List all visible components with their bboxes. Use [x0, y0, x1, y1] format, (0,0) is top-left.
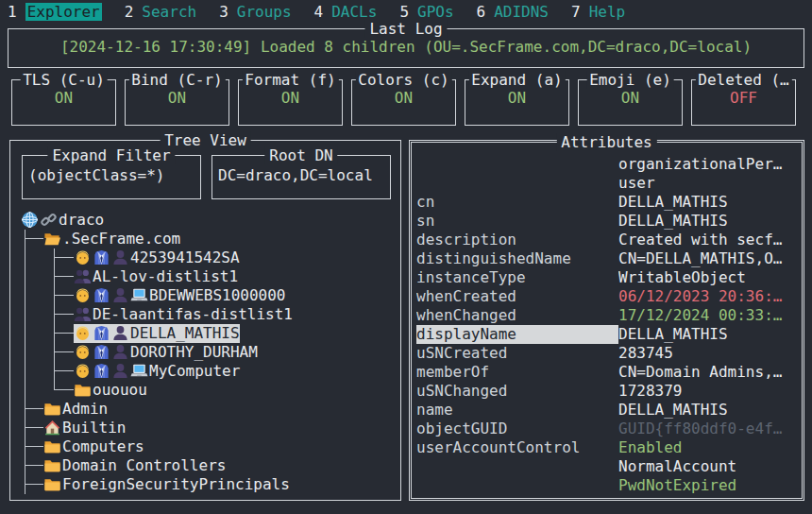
attribute-value: DELLA_MATHIS [618, 193, 797, 212]
tree-item-4253941542sa[interactable]: 4253941542SA [10, 248, 400, 267]
attribute-row[interactable]: user [416, 174, 797, 193]
menu-item-search[interactable]: 2Search [125, 3, 196, 21]
tree-item-label: draco [59, 211, 104, 229]
attribute-row[interactable]: NormalAccount [416, 457, 797, 476]
tree-item--secframe-com[interactable]: .SecFrame.com [10, 230, 400, 248]
tree-guide-stub [54, 389, 74, 390]
attribute-key: description [416, 231, 618, 249]
globe-icon [21, 211, 39, 229]
tree-item-label: DE-laantifas-distlist1 [93, 305, 293, 323]
necktie-icon [93, 286, 110, 304]
tree-item-dorothy-durham[interactable]: DOROTHY_DURHAM [10, 343, 400, 362]
attribute-value: organizationalPer… [618, 155, 797, 174]
toggle-title: Expand (a) [468, 71, 565, 89]
tree-view-panel: Tree View Expand Filter (objectClass=*) … [9, 140, 401, 501]
attribute-key: whenChanged [416, 306, 618, 325]
attribute-row[interactable]: organizationalPer… [416, 155, 797, 174]
bust-icon [111, 248, 129, 266]
attribute-row-cn[interactable]: cnDELLA_MATHIS [416, 193, 797, 212]
tree-item-label: Builtin [62, 419, 126, 437]
attribute-row-distinguishedname[interactable]: distinguishedNameCN=DELLA_MATHIS,O… [416, 249, 797, 268]
folder-icon [43, 475, 61, 493]
toggle-state: ON [465, 89, 568, 107]
toggle-state: ON [352, 89, 455, 107]
tree-guide-stub [54, 257, 74, 258]
toggle-bind[interactable]: Bind (C-r)ON [125, 79, 229, 126]
tree-item-draco[interactable]: draco [10, 211, 400, 230]
attribute-value: 17/12/2024 00:33:… [618, 306, 797, 325]
attribute-key [416, 174, 618, 193]
toggle-state: OFF [692, 89, 795, 107]
tree-item-builtin[interactable]: Builtin [10, 419, 400, 437]
tree-item-al-lov-distlist1[interactable]: AL-lov-distlist1 [10, 267, 400, 286]
tree-item-label: MyComputer [149, 362, 240, 380]
tree-guide-stub [25, 238, 43, 239]
last-log-panel: Last Log [2024-12-16 17:30:49] Loaded 8 … [8, 28, 804, 68]
menu-item-dacls[interactable]: 4DACLs [314, 3, 378, 21]
attribute-key: uSNChanged [416, 382, 618, 401]
tree-item-della-mathis[interactable]: DELLA_MATHIS [10, 324, 400, 343]
menu-item-label: DACLs [331, 3, 377, 21]
attribute-row-name[interactable]: nameDELLA_MATHIS [416, 401, 797, 420]
tree-item-computers[interactable]: Computers [10, 437, 400, 456]
attribute-row-memberof[interactable]: memberOfCN=Domain Admins,… [416, 363, 797, 382]
menu-item-groups[interactable]: 3Groups [219, 3, 291, 21]
toggle-state: ON [12, 89, 115, 107]
folder-icon [43, 437, 61, 455]
attribute-row[interactable]: PwdNotExpired [416, 476, 797, 495]
toggle-title: Emoji (e) [586, 71, 674, 89]
menu-item-label: Search [142, 3, 196, 21]
toggle-emoji[interactable]: Emoji (e)ON [578, 79, 683, 126]
link-icon [40, 211, 58, 229]
toggle-state: ON [239, 89, 342, 107]
attribute-row-usnchanged[interactable]: uSNChanged1728379 [416, 382, 797, 401]
tree-item-label: DELLA_MATHIS [130, 324, 240, 342]
tree-item-mycomputer[interactable]: MyComputer [10, 362, 400, 381]
tree-item-ououou[interactable]: ououou [10, 381, 400, 400]
attribute-key: objectGUID [416, 420, 618, 438]
menu-item-gpos[interactable]: 5GPOs [399, 3, 453, 21]
attribute-key [416, 155, 618, 174]
attribute-row-usncreated[interactable]: uSNCreated283745 [416, 344, 797, 363]
tree-item-label: Domain Controllers [62, 456, 226, 474]
bust-icon [111, 343, 129, 361]
toggle-state: ON [579, 89, 682, 107]
tree-item-label: Computers [62, 437, 144, 455]
attribute-row-displayname[interactable]: displayNameDELLA_MATHIS [416, 325, 797, 344]
menu-item-adidns[interactable]: 6ADIDNS [477, 3, 549, 21]
attribute-row-objectguid[interactable]: objectGUIDGUID{ff80ddf0-e4f… [416, 420, 797, 438]
attribute-value: WritableObject [618, 268, 797, 287]
attribute-key: userAccountControl [416, 438, 618, 457]
toggle-title: TLS (C-u) [20, 71, 108, 89]
tree-item-foreignsecurityprincipals[interactable]: ForeignSecurityPrincipals [10, 475, 400, 494]
attribute-value: DELLA_MATHIS [618, 325, 797, 344]
attribute-row-whenchanged[interactable]: whenChanged17/12/2024 00:33:… [416, 306, 797, 325]
menu-item-number: 7 [571, 3, 581, 21]
toggle-colors[interactable]: Colors (c)ON [351, 79, 456, 126]
attribute-row-instancetype[interactable]: instanceTypeWritableObject [416, 268, 797, 287]
tree-item-label: AL-lov-distlist1 [93, 267, 238, 285]
tree-guide-stub [54, 333, 74, 334]
menu-item-explorer[interactable]: 1Explorer [8, 3, 102, 21]
tree-guide-stub [54, 370, 74, 371]
tree-item-bdewwebs1000000[interactable]: BDEWWEBS1000000 [10, 286, 400, 305]
attribute-row-whencreated[interactable]: whenCreated06/12/2023 20:36:… [416, 287, 797, 306]
tree-item-de-laantifas-distlist1[interactable]: DE-laantifas-distlist1 [10, 305, 400, 324]
attribute-key [416, 457, 618, 476]
bust-icon [111, 286, 129, 304]
bust-icon [111, 362, 129, 380]
attribute-row-useraccountcontrol[interactable]: userAccountControlEnabled [416, 438, 797, 457]
toggle-format[interactable]: Format (f)ON [238, 79, 343, 126]
expand-filter-title: Expand Filter [47, 146, 175, 164]
menu-item-number: 1 [8, 3, 17, 21]
toggle-expand[interactable]: Expand (a)ON [465, 79, 569, 126]
tree-item-domain-controllers[interactable]: Domain Controllers [10, 456, 400, 475]
tree-guide-stub [54, 295, 74, 296]
menu-item-help[interactable]: 7Help [571, 3, 625, 21]
attribute-row-description[interactable]: descriptionCreated with secf… [416, 231, 797, 249]
toggle-tls[interactable]: TLS (C-u)ON [11, 79, 116, 126]
tree-item-admin[interactable]: Admin [10, 400, 400, 419]
tree-guide-stub [25, 408, 43, 409]
toggle-deleted[interactable]: Deleted (…OFF [691, 79, 796, 126]
attribute-row-sn[interactable]: snDELLA_MATHIS [416, 212, 797, 231]
